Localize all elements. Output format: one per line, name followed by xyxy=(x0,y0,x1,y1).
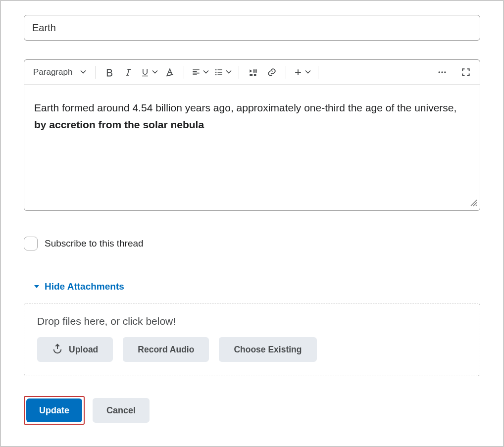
record-audio-label: Record Audio xyxy=(138,345,194,355)
insert-media-button[interactable] xyxy=(246,65,260,80)
cancel-button[interactable]: Cancel xyxy=(93,398,150,423)
block-format-dropdown[interactable]: Paragraph xyxy=(31,65,88,80)
toolbar-separator xyxy=(184,66,184,79)
svg-rect-5 xyxy=(250,74,253,76)
svg-rect-3 xyxy=(253,69,255,73)
toolbar-separator xyxy=(95,66,96,79)
resize-handle-icon[interactable] xyxy=(470,199,478,209)
text-color-button[interactable] xyxy=(163,65,177,80)
editor-content[interactable]: Earth formed around 4.54 billion years a… xyxy=(24,85,480,210)
chevron-down-icon xyxy=(203,68,209,77)
more-options-button[interactable] xyxy=(435,65,449,80)
underline-button[interactable] xyxy=(140,65,158,80)
insert-link-button[interactable] xyxy=(265,65,279,80)
svg-point-1 xyxy=(215,71,217,73)
caret-down-icon xyxy=(34,281,40,292)
choose-existing-label: Choose Existing xyxy=(234,345,302,355)
dropzone-text: Drop files here, or click below! xyxy=(37,315,467,327)
svg-point-9 xyxy=(444,71,446,73)
editor-toolbar: Paragraph xyxy=(24,60,480,85)
align-button[interactable] xyxy=(191,65,209,80)
svg-rect-4 xyxy=(255,69,257,73)
editor-text: Earth formed around 4.54 billion years a… xyxy=(34,102,456,113)
bold-button[interactable] xyxy=(102,65,116,80)
subscribe-label: Subscribe to this thread xyxy=(45,238,144,249)
svg-point-2 xyxy=(215,74,217,75)
italic-button[interactable] xyxy=(121,65,135,80)
chevron-down-icon xyxy=(152,68,158,77)
upload-label: Upload xyxy=(69,345,98,355)
svg-point-7 xyxy=(439,71,440,73)
chevron-down-icon xyxy=(80,67,86,77)
insert-more-button[interactable] xyxy=(293,65,311,80)
attachments-dropzone[interactable]: Drop files here, or click below! Upload … xyxy=(24,303,480,376)
toolbar-separator xyxy=(239,66,239,79)
upload-button[interactable]: Upload xyxy=(37,337,113,362)
subscribe-checkbox[interactable] xyxy=(24,237,38,250)
rich-text-editor: Paragraph xyxy=(24,59,480,211)
hide-attachments-label: Hide Attachments xyxy=(45,281,124,292)
chevron-down-icon xyxy=(226,68,232,77)
record-audio-button[interactable]: Record Audio xyxy=(123,337,209,362)
svg-point-0 xyxy=(215,69,217,70)
choose-existing-button[interactable]: Choose Existing xyxy=(219,337,316,362)
thread-title-input[interactable] xyxy=(24,15,480,41)
toolbar-separator xyxy=(286,66,286,79)
upload-icon xyxy=(52,343,63,356)
fullscreen-button[interactable] xyxy=(459,65,473,80)
editor-text-bold: by accretion from the solar nebula xyxy=(34,119,204,130)
edit-thread-panel: Paragraph xyxy=(0,0,504,447)
hide-attachments-toggle[interactable]: Hide Attachments xyxy=(24,281,480,292)
update-button[interactable]: Update xyxy=(26,398,82,422)
chevron-down-icon xyxy=(305,68,311,77)
svg-point-8 xyxy=(441,71,443,73)
update-button-highlight: Update xyxy=(24,396,85,425)
block-format-label: Paragraph xyxy=(33,67,72,77)
list-button[interactable] xyxy=(214,65,232,80)
toolbar-separator xyxy=(318,66,318,79)
svg-point-6 xyxy=(254,73,256,76)
